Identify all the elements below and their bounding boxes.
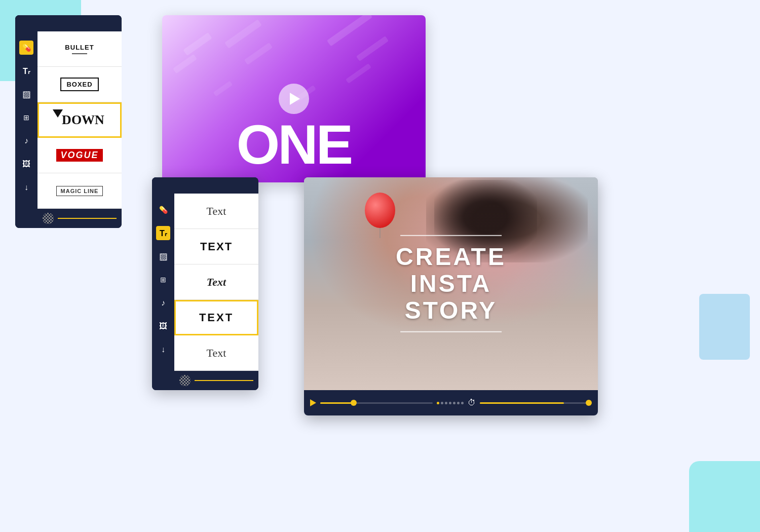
music-icon-2[interactable]: ♪ — [156, 296, 170, 310]
text-styles-panel-2: 💊 Tᵣ ▨ ⊞ ♪ 🖼 ↓ Text TEXT Text TEXT Text — [152, 177, 258, 390]
panel-2-sidebar: 💊 Tᵣ ▨ ⊞ ♪ 🖼 ↓ — [152, 177, 174, 390]
hatch-icon-2[interactable]: ▨ — [156, 249, 170, 263]
pill-icon[interactable]: 💊 — [19, 41, 33, 55]
layers-icon-2[interactable]: ⊞ — [156, 273, 170, 287]
timeline-fill-1 — [320, 402, 354, 404]
text-styles-panel-1: 💊 Tᵣ ▨ ⊞ ♪ 🖼 ↓ BULLET BOXED DOWN — [15, 15, 122, 228]
dot-1[interactable] — [437, 402, 439, 404]
timeline-track-1[interactable] — [320, 402, 433, 404]
dot-7[interactable] — [461, 402, 464, 404]
progress-indicator-2 — [195, 380, 253, 381]
text-style-plain[interactable]: Text — [174, 194, 258, 229]
pill-icon-2[interactable]: 💊 — [156, 203, 170, 217]
dot-2[interactable] — [441, 402, 443, 404]
balloon-decoration — [365, 193, 395, 228]
text-format-icon[interactable]: Tᵣ — [19, 64, 33, 78]
story-video-panel: CREATE INSTA STORY ⏱ — [304, 177, 598, 415]
panel-2-items: Text TEXT Text TEXT Text — [174, 194, 258, 371]
panel-1-bottom-bar — [37, 209, 122, 228]
text-style-bullet[interactable]: BULLET — [37, 31, 122, 67]
play-triangle-icon — [290, 93, 300, 105]
play-control[interactable] — [310, 399, 316, 406]
opacity-control[interactable] — [43, 213, 54, 224]
story-text-container: CREATE INSTA STORY — [396, 235, 506, 332]
story-bg: CREATE INSTA STORY — [304, 177, 598, 390]
progress-indicator — [58, 218, 117, 219]
bg-decoration-r — [699, 294, 750, 360]
timeline-fill-2 — [480, 402, 564, 404]
story-line-bottom — [400, 331, 502, 332]
text-style-serif[interactable]: Text — [174, 264, 258, 300]
dot-4[interactable] — [449, 402, 451, 404]
layers-icon[interactable]: ⊞ — [19, 110, 33, 125]
play-button[interactable] — [279, 84, 309, 114]
text-style-bold[interactable]: TEXT — [174, 229, 258, 264]
video-controls-bar: ⏱ — [304, 390, 598, 415]
dot-6[interactable] — [457, 402, 460, 404]
panel-2-bottom — [174, 371, 258, 390]
video-title-text: ONE — [237, 117, 351, 172]
hatch-icon[interactable]: ▨ — [19, 87, 33, 101]
video-preview-top[interactable]: ONE — [162, 15, 426, 182]
timeline-thumb-1[interactable] — [351, 400, 357, 406]
dot-3[interactable] — [445, 402, 447, 404]
dot-5[interactable] — [453, 402, 455, 404]
opacity-control-2[interactable] — [179, 375, 191, 386]
panel-1-sidebar: 💊 Tᵣ ▨ ⊞ ♪ 🖼 ↓ — [15, 15, 37, 228]
cursor-arrow-icon — [53, 109, 63, 118]
download-icon[interactable]: ↓ — [19, 180, 33, 195]
image-add-icon[interactable]: 🖼 — [19, 157, 33, 171]
timeline-track-2[interactable] — [480, 402, 592, 404]
download-icon-2[interactable]: ↓ — [156, 343, 170, 357]
text-style-down[interactable]: DOWN — [37, 102, 122, 138]
text-style-stencil[interactable]: TEXT — [174, 300, 258, 335]
chapter-dots — [437, 402, 464, 404]
text-format-icon-2[interactable]: Tᵣ — [156, 226, 170, 240]
clock-icon[interactable]: ⏱ — [468, 398, 476, 407]
story-line-top — [400, 235, 502, 236]
text-style-cursive[interactable]: Text — [174, 335, 258, 371]
text-style-boxed[interactable]: BOXED — [37, 67, 122, 102]
down-text: DOWN — [62, 112, 104, 128]
story-main-text: CREATE INSTA STORY — [396, 244, 506, 324]
music-icon[interactable]: ♪ — [19, 134, 33, 148]
text-style-magic[interactable]: MAGIC LINE — [37, 173, 122, 209]
bullet-underline — [72, 53, 87, 54]
timeline-thumb-2[interactable] — [586, 400, 592, 406]
panel-1-items: BULLET BOXED DOWN VOGUE MAGIC LINE — [37, 31, 122, 209]
image-add-icon-2[interactable]: 🖼 — [156, 319, 170, 333]
text-style-vogue[interactable]: VOGUE — [37, 138, 122, 173]
bg-decoration-br — [689, 461, 760, 532]
